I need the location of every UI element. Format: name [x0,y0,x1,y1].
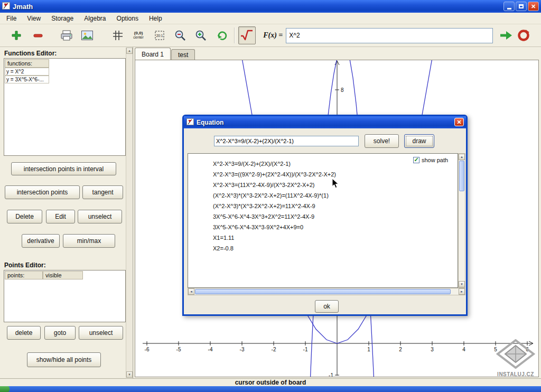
equation-input[interactable] [214,136,359,146]
fx-label: F(x) = [263,31,283,40]
unselect-point-button[interactable]: unselect [79,326,123,340]
print-button[interactable] [58,26,75,44]
solution-steps-panel[interactable]: X^2-X^3=9/(X-2)+(2X)/(X^2-1) X^2-X^3=((9… [188,153,458,288]
tangent-button[interactable]: tangent [82,185,123,199]
svg-text:3: 3 [431,347,434,352]
tab-label: test [178,51,188,59]
show-path-label: show path [422,157,448,163]
watermark: INSTALUJ.CZ [493,339,538,377]
refresh-button[interactable] [213,26,230,44]
visible-column-header: visible [43,271,83,279]
maximize-button[interactable] [516,2,527,11]
solve-button[interactable]: solve! [365,134,399,148]
toolbar-separator [234,27,235,43]
derivative-button[interactable]: derivative [22,234,60,248]
mouse-cursor [332,178,339,190]
scroll-right-icon[interactable]: ► [459,288,465,295]
menu-storage[interactable]: Storage [46,13,79,24]
zoom-in-button[interactable] [192,26,210,44]
scroll-left-icon[interactable]: ◄ [188,288,194,295]
steps-vertical-scrollbar[interactable]: ▲ ▼ [458,153,465,288]
points-column-header: points: [5,271,43,279]
svg-text:8: 8 [341,87,344,93]
green-arrow-icon [499,31,513,40]
functions-list[interactable]: functions: y = X^2 y = 3X^5-X^6-... [4,58,126,156]
zoom-out-button[interactable] [171,26,189,44]
minimize-icon [507,8,511,10]
unselect-function-button[interactable]: unselect [78,210,122,223]
window-titlebar[interactable]: Jmath ✕ [0,0,541,13]
svg-text:-1: -1 [303,347,308,352]
solution-step: X^2-X^3=(11X^2-4X-9)/(X^3-2X^2-X+2) [188,180,458,190]
menu-view[interactable]: View [22,13,46,24]
horizontal-scroll-thumb[interactable] [195,289,451,294]
minmax-button[interactable]: min/max [63,234,115,248]
intersection-interval-button[interactable]: intersection points in interval [11,162,116,175]
edit-function-button[interactable]: Edit [46,210,75,223]
function-row[interactable]: y = X^2 [5,68,49,76]
steps-horizontal-scrollbar[interactable]: ◄ ► [188,288,465,295]
fx-input[interactable] [286,28,493,43]
show-path-checkbox[interactable] [413,157,419,163]
function-row[interactable]: y = 3X^5-X^6-... [5,76,49,83]
about-button[interactable] [515,26,533,44]
scroll-up-icon[interactable]: ▲ [459,154,465,160]
center-origin-button[interactable]: (0,0) center [129,26,147,44]
close-icon: ✕ [531,4,536,10]
scroll-up-icon[interactable]: ▲ [126,48,133,54]
points-table[interactable]: points: visible [4,270,126,322]
intersection-points-button[interactable]: intersection points [5,185,80,199]
show-path-option[interactable]: show path [413,157,448,163]
printer-icon [60,30,73,41]
vertical-scroll-thumb[interactable] [459,161,464,191]
start-button[interactable] [0,386,10,392]
show-hide-points-button[interactable]: show/hide all points [27,352,101,367]
points-editor-title: Points Editor: [4,262,46,269]
goto-point-button[interactable]: goto [44,326,76,340]
delete-point-button[interactable]: delete [7,326,41,340]
sidebar: Functions Editor: functions: y = X^2 y =… [0,47,133,378]
solution-step: (X^2-X^3)*(X^3-2X^2-X+2)=11X^2-4X-9 [188,201,458,211]
zoom-region-button[interactable]: 20:1 [151,26,168,44]
remove-function-button[interactable] [29,26,46,44]
dialog-close-button[interactable]: ✕ [454,118,464,126]
equation-dialog-titlebar[interactable]: Equation ✕ [184,116,466,128]
svg-text:-3: -3 [240,347,245,352]
toggle-grid-button[interactable] [109,26,126,44]
dialog-icon [186,118,194,127]
scroll-down-icon[interactable]: ▼ [126,371,133,378]
svg-text:2: 2 [399,347,402,352]
grid-icon [113,30,123,41]
svg-text:1: 1 [367,347,370,352]
add-function-button[interactable] [7,26,25,44]
plot-function-button[interactable] [497,26,515,44]
minimize-button[interactable] [503,2,515,11]
tab-board-1[interactable]: Board 1 [135,48,171,60]
ok-button[interactable]: ok [315,300,339,313]
zoom-out-icon [174,29,186,42]
equation-dialog-body: solve! draw X^2-X^3=9/(X-2)+(2X)/(X^2-1)… [184,128,466,314]
svg-text:4: 4 [462,347,465,352]
status-text: cursor outside of board [235,379,306,386]
app-icon [2,2,10,11]
delete-function-button[interactable]: Delete [7,210,42,223]
draw-button[interactable]: draw [404,134,434,148]
close-button[interactable]: ✕ [528,2,539,11]
solution-step: X1=1.11 [188,232,458,243]
menu-algebra[interactable]: Algebra [79,13,111,24]
menu-file[interactable]: File [1,13,22,24]
menu-bar: File View Storage Algebra Options Help [0,13,541,24]
solve-equation-button[interactable] [238,26,256,44]
solution-step: X2=-0.8 [188,243,458,254]
export-image-button[interactable] [78,26,96,44]
svg-text:-2: -2 [272,347,276,352]
watermark-text: INSTALUJ.CZ [493,371,538,377]
refresh-icon [216,29,228,42]
sidebar-scrollbar[interactable]: ▲ ▼ [126,48,132,378]
svg-text:-6: -6 [145,347,150,352]
menu-help[interactable]: Help [144,13,167,24]
scroll-down-icon[interactable]: ▼ [459,281,465,287]
watermark-logo-icon [496,339,536,369]
menu-options[interactable]: Options [111,13,144,24]
tab-test[interactable]: test [171,49,195,60]
